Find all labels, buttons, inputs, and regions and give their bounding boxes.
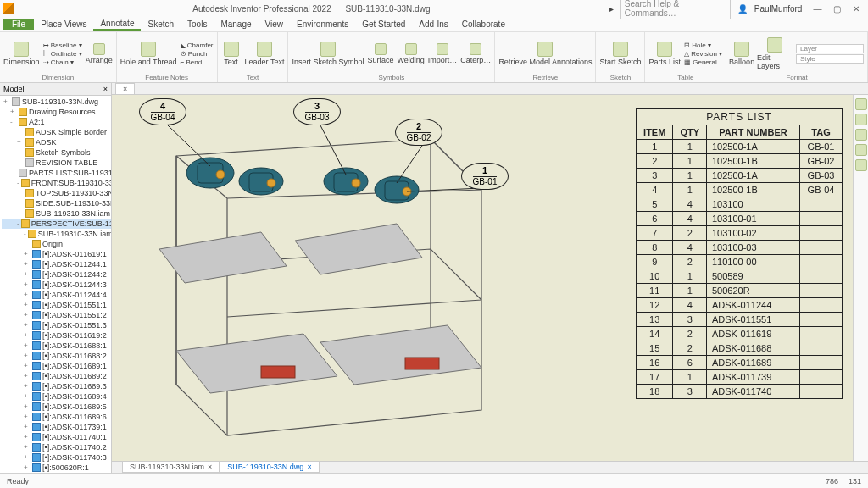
tree-node[interactable]: +[•]:ADSK-011244:3 — [2, 280, 111, 290]
model-panel-close-icon[interactable]: × — [103, 85, 108, 93]
search-input[interactable]: Search Help & Commands… — [620, 0, 731, 19]
tree-node[interactable]: +[•]:ADSK-011619:1 — [2, 249, 111, 259]
nav-zoom-icon[interactable] — [855, 144, 867, 156]
nav-orbit-icon[interactable] — [855, 114, 867, 125]
tree-node[interactable]: +[•]:ADSK-011689:5 — [2, 402, 111, 412]
style-select[interactable]: Style — [796, 54, 864, 64]
tree-node[interactable]: +[•]:ADSK-011688:1 — [2, 341, 111, 351]
parts-row: 152ADSK-011688 — [637, 341, 843, 356]
minimize-button[interactable]: — — [809, 4, 826, 14]
tree-node[interactable]: SIDE:SUB-119310-33N.iam — [2, 198, 111, 208]
arrange-button[interactable]: Arrange — [86, 43, 113, 64]
start-sketch-button[interactable]: Start Sketch — [599, 42, 641, 66]
tree-node[interactable]: +[•]:ADSK-011619:2 — [2, 330, 111, 341]
balloon-gb-02[interactable]: 2GB-02 — [395, 119, 442, 146]
tree-node[interactable]: +[•]:ADSK-011688:2 — [2, 351, 111, 361]
tree-node[interactable]: -FRONT:SUB-119310-33N.iam — [2, 178, 111, 188]
ordinate-button[interactable]: ⊢ Ordinate ▾ — [43, 50, 82, 58]
menu-tab-place-views[interactable]: Place Views — [34, 19, 93, 30]
edit-layers-button[interactable]: Edit Layers — [757, 37, 793, 70]
tree-node[interactable]: Sketch Symbols — [2, 147, 111, 158]
insert-symbol-button[interactable]: Insert Sketch Symbol — [292, 42, 364, 66]
menu-tab-tools[interactable]: Tools — [181, 19, 214, 30]
bottom-doc-tab[interactable]: SUB-119310-33N.iam × — [122, 462, 220, 473]
nav-pan-icon[interactable] — [855, 129, 867, 141]
tree-node[interactable]: -PERSPECTIVE:SUB-119310-33N.iam — [2, 219, 111, 229]
parts-row: 72103100-02 — [637, 226, 843, 241]
nav-look-icon[interactable] — [855, 159, 867, 171]
tree-node[interactable]: +[•]:ADSK-011740:1 — [2, 432, 111, 442]
tree-node[interactable]: -SUB-119310-33N.iam — [2, 229, 111, 239]
surface-button[interactable]: Surface — [367, 43, 393, 64]
menu-tab-environments[interactable]: Environments — [290, 19, 355, 30]
tree-node[interactable]: ADSK Simple Border — [2, 127, 111, 137]
restore-button[interactable]: ▢ — [828, 4, 845, 14]
punch-button[interactable]: ⊙ Punch — [181, 50, 214, 58]
menu-tab-view[interactable]: View — [259, 19, 291, 30]
drawing-viewport[interactable]: 4GB-043GB-032GB-021GB-01 PARTS LISTITEMQ… — [112, 95, 868, 461]
baseline-button[interactable]: ↦ Baseline ▾ — [43, 42, 82, 49]
tree-node[interactable]: +[•]:ADSK-011689:3 — [2, 381, 111, 391]
menu-tab-annotate[interactable]: Annotate — [93, 18, 141, 30]
retrieve-button[interactable]: Retrieve Model Annotations — [498, 42, 592, 66]
user-icon[interactable]: 👤 — [737, 4, 748, 14]
menu-tab-sketch[interactable]: Sketch — [141, 19, 181, 30]
nav-home-icon[interactable] — [855, 98, 867, 110]
tree-node[interactable]: +Drawing Resources — [2, 107, 111, 117]
close-tab-icon[interactable]: × — [307, 463, 311, 471]
doc-tab-close[interactable]: × — [115, 83, 135, 94]
tree-node[interactable]: +[•]:ADSK-011740:2 — [2, 442, 111, 452]
tree-node[interactable]: +[•]:ADSK-011244:2 — [2, 269, 111, 280]
chamfer-button[interactable]: ◣ Chamfer — [181, 42, 214, 49]
balloon-gb-03[interactable]: 3GB-03 — [293, 98, 341, 125]
model-tree[interactable]: +SUB-119310-33N.dwg+Drawing Resources-A2… — [0, 96, 111, 473]
tree-node[interactable]: PARTS LIST:SUB-119310-33N.iam — [2, 168, 111, 178]
bend-button[interactable]: ⌐ Bend — [181, 58, 214, 66]
dimension-button[interactable]: Dimension — [3, 42, 40, 66]
caterp-button[interactable]: Caterp… — [460, 43, 491, 64]
tree-node[interactable]: REVISION TABLE — [2, 158, 111, 168]
tree-node[interactable]: Origin — [2, 239, 111, 249]
balloon-button[interactable]: Balloon — [730, 42, 754, 66]
tree-node[interactable]: -A2:1 — [2, 117, 111, 127]
tree-node[interactable]: +[•]:ADSK-011689:1 — [2, 361, 111, 371]
tree-node[interactable]: +[•]:ADSK-011739:1 — [2, 422, 111, 432]
tree-node[interactable]: +[•]:ADSK-011244:1 — [2, 259, 111, 269]
chain-button[interactable]: ⇢ Chain ▾ — [43, 58, 82, 66]
layer-select[interactable]: Layer — [796, 44, 864, 53]
close-button[interactable]: ✕ — [848, 4, 865, 14]
revision-button[interactable]: △ Revision ▾ — [684, 50, 722, 58]
menu-tab-manage[interactable]: Manage — [214, 19, 258, 30]
tree-node[interactable]: +[•]:ADSK-011740:3 — [2, 452, 111, 463]
tree-node[interactable]: +[•]:ADSK-011551:1 — [2, 300, 111, 310]
welding-button[interactable]: Welding — [397, 43, 424, 64]
user-name[interactable]: PaulMunford — [754, 4, 803, 14]
tree-node[interactable]: +[•]:ADSK-011689:6 — [2, 412, 111, 422]
tree-node[interactable]: +[•]:ADSK-011551:3 — [2, 320, 111, 330]
menu-tab-get-started[interactable]: Get Started — [355, 19, 412, 30]
general-table-button[interactable]: ▦ General — [684, 58, 722, 66]
bottom-doc-tab[interactable]: SUB-119310-33N.dwg × — [220, 462, 319, 473]
hole-table-button[interactable]: ⊞ Hole ▾ — [684, 42, 722, 49]
balloon-gb-01[interactable]: 1GB-01 — [461, 163, 509, 190]
menu-tab-add-ins[interactable]: Add-Ins — [412, 19, 454, 30]
hole-thread-button[interactable]: Hole and Thread — [120, 42, 177, 66]
tree-node[interactable]: +SUB-119310-33N.dwg — [2, 97, 111, 107]
app-title: Autodesk Inventor Professional 2022 — [192, 4, 331, 14]
parts-list-button[interactable]: Parts List — [648, 42, 681, 66]
tree-node[interactable]: +[•]:ADSK-011551:2 — [2, 310, 111, 320]
tree-node[interactable]: +ADSK — [2, 137, 111, 147]
tree-node[interactable]: +[•]:500620R:1 — [2, 463, 111, 473]
tree-node[interactable]: TOP:SUB-119310-33N.iam — [2, 188, 111, 198]
file-menu[interactable]: File — [3, 19, 34, 30]
tree-node[interactable]: +[•]:ADSK-011689:4 — [2, 391, 111, 402]
import-button[interactable]: Import… — [428, 43, 458, 64]
text-button[interactable]: Text — [221, 42, 242, 66]
tree-node[interactable]: SUB-119310-33N.iam — [2, 208, 111, 219]
tree-node[interactable]: +[•]:ADSK-011244:4 — [2, 290, 111, 300]
balloon-gb-04[interactable]: 4GB-04 — [139, 98, 186, 125]
leader-text-button[interactable]: Leader Text — [245, 42, 285, 66]
menu-tab-collaborate[interactable]: Collaborate — [455, 19, 512, 30]
tree-node[interactable]: +[•]:ADSK-011689:2 — [2, 371, 111, 381]
close-tab-icon[interactable]: × — [208, 463, 212, 471]
